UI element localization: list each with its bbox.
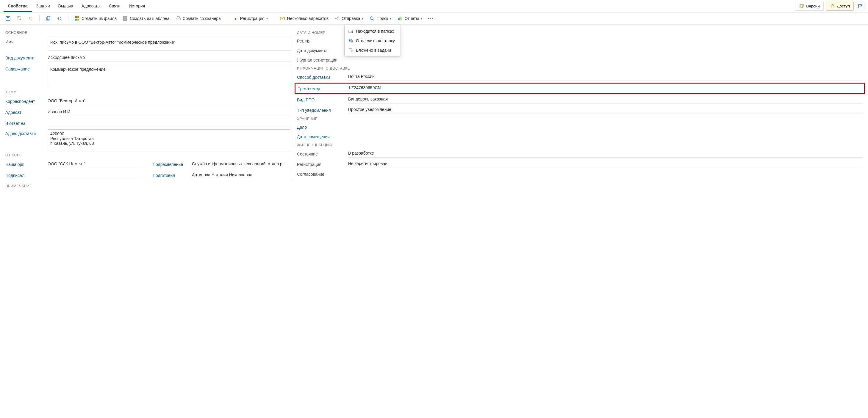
reg-log-label: Журнал регистрации [297,58,345,63]
reply-to-label[interactable]: В ответ на [5,119,44,126]
registration-state-field[interactable]: Не зарегистрирован [348,161,863,168]
reply-to-field[interactable] [48,119,291,126]
svg-rect-10 [75,16,77,18]
svg-rect-29 [398,19,399,20]
svg-point-23 [338,16,339,18]
corr-field[interactable]: ООО "Вектор-Авто" [48,97,291,105]
svg-rect-7 [18,16,19,18]
section-storage: ХРАНЕНИЕ [297,117,863,121]
state-field[interactable]: В разработке [348,150,863,158]
subject-field[interactable]: Коммерческое предложение [48,65,291,87]
notice-type-field[interactable]: Простое уведомление [348,106,863,114]
create-from-scanner-button[interactable]: Создать со сканера [174,14,223,22]
copy-icon [45,16,51,21]
delivery-method-label[interactable]: Способ доставки [297,75,345,80]
name-field[interactable]: Исх. письмо в ООО "Вектор-Авто" "Коммерч… [48,38,291,51]
tab-issuance[interactable]: Выдача [54,1,78,12]
svg-rect-30 [399,18,400,20]
envelope-icon [280,16,285,21]
popout-icon [858,4,862,8]
svg-line-26 [337,19,338,19]
doc-date-field[interactable] [348,47,863,54]
tab-tasks[interactable]: Задачи [32,1,54,12]
tab-relations[interactable]: Связи [105,1,125,12]
left-column: ОСНОВНОЕ Имя Исх. письмо в ООО "Вектор-А… [5,29,291,191]
svg-rect-13 [78,19,79,21]
approval-field[interactable] [348,171,863,177]
undo-icon [28,16,33,21]
popup-track-delivery[interactable]: Отследить доставку [345,36,401,45]
versions-button[interactable]: Версии [795,2,824,11]
signed-field[interactable] [48,171,144,178]
create-from-file-label: Создать из файла [82,16,117,21]
lock-icon [830,4,835,9]
toolbar: Создать из файла Создать из шаблона Созд… [0,12,868,25]
reports-dropdown[interactable]: Отчеты ▾ [396,14,424,22]
doc-kind-field[interactable]: Исходящее письмо [48,54,291,62]
our-org-field[interactable]: ООО "СЛК Цемент" [48,160,144,168]
copy-doc-button[interactable] [44,14,53,22]
search-label: Поиск [376,16,388,21]
save-close-button[interactable] [15,14,24,22]
tab-properties[interactable]: Свойства [4,1,32,12]
save-button[interactable] [4,14,12,22]
corr-label[interactable]: Корреспондент [5,97,44,104]
department-label[interactable]: Подразделение [153,160,188,167]
svg-rect-31 [401,16,401,20]
create-from-template-button[interactable]: Создать из шаблона [121,14,171,22]
popup-in-folders[interactable]: Находится в папках [345,27,401,36]
doc-date-label: Дата документа [297,48,345,53]
registration-dropdown[interactable]: Регистрация ▾ [231,14,270,22]
rpo-kind-label[interactable]: Вид РПО [297,98,345,102]
prepared-label[interactable]: Подготовил [153,171,188,178]
create-from-file-button[interactable]: Создать из файла [72,14,118,22]
svg-rect-11 [78,16,79,18]
svg-rect-18 [176,18,180,20]
svg-line-28 [373,19,374,21]
delivery-method-field[interactable]: Почта России [348,73,863,81]
delivery-addr-field[interactable]: 420000 Республика Татарстан г. Казань, у… [48,129,291,150]
case-label[interactable]: Дело [297,125,345,130]
case-field[interactable] [348,124,863,131]
reg-no-field[interactable] [348,38,863,44]
tab-addressees[interactable]: Адресаты [78,1,105,12]
svg-rect-36 [349,48,352,52]
chevron-down-icon: ▾ [421,17,422,20]
registration-state-label: Регистрация [297,162,345,167]
track-number-field[interactable]: LZ247630659CN [349,85,862,92]
undo-button[interactable] [26,14,35,22]
access-button[interactable]: Доступ [826,2,854,11]
track-number-label[interactable]: Трек-номер [298,86,345,91]
sending-dropdown[interactable]: Отправка ▾ [333,14,365,22]
more-button[interactable]: ••• [426,14,435,22]
delivery-addr-label[interactable]: Адрес доставки [5,129,44,136]
signed-label[interactable]: Подписал [5,171,44,178]
template-icon [123,16,128,21]
notice-type-label[interactable]: Тип уведомления [297,108,345,113]
doc-kind-label[interactable]: Вид документа [5,54,44,60]
placed-date-label[interactable]: Дата помещения [297,134,345,139]
multiple-recipients-button[interactable]: Несколько адресатов [278,14,331,22]
popout-button[interactable] [856,2,864,10]
addressee-field[interactable]: Иванов И.И. [48,108,291,116]
our-org-label[interactable]: Наша орг. [5,160,44,167]
content-area: ОСНОВНОЕ Имя Исх. письмо в ООО "Вектор-А… [0,25,868,195]
search-dropdown[interactable]: Поиск ▾ [368,14,393,22]
svg-rect-2 [831,6,834,8]
refresh-button[interactable] [55,14,64,22]
rpo-kind-field[interactable]: Бандероль заказная [348,96,863,103]
subject-label[interactable]: Содержание [5,65,44,71]
addressee-label[interactable]: Адресат [5,108,44,115]
tab-history[interactable]: История [125,1,149,12]
reg-log-field[interactable] [348,57,863,63]
state-label: Состояние [297,152,345,156]
popup-in-tasks[interactable]: Вложено в задачи [345,45,401,55]
department-field[interactable]: Служба информационных технологий, отдел … [192,160,291,168]
create-from-scanner-label: Создать со сканера [183,16,221,21]
svg-line-38 [352,52,353,53]
prepared-field[interactable]: Антипова Наталия Николаевна [192,171,291,179]
toolbar-separator [274,15,274,22]
placed-date-field[interactable] [348,134,863,140]
create-from-template-label: Создать из шаблона [130,16,169,21]
svg-line-25 [337,18,338,18]
